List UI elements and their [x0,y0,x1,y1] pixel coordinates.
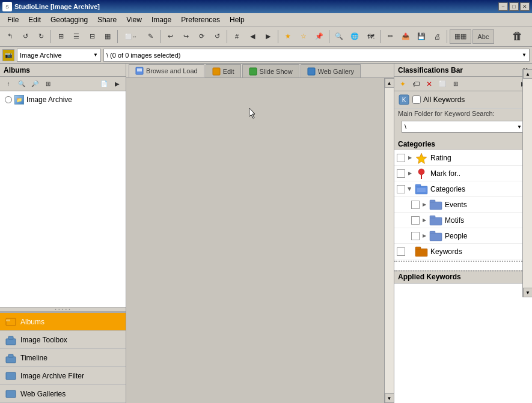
tb-print-btn[interactable]: 🖨 [430,29,444,44]
scroll-down-btn[interactable]: ▼ [385,393,394,403]
album-radio[interactable] [5,96,12,103]
path-dropdown[interactable]: \ (0 of 0 images selected) ▼ [103,49,530,62]
right-scroll-track[interactable] [523,79,532,288]
tb-map-btn[interactable]: 🗺 [363,29,378,44]
cat-item-people[interactable]: ▶ People [394,228,532,244]
tb-undo-btn[interactable]: ↩ [163,29,177,44]
tb-pin-btn[interactable]: 📌 [312,29,326,44]
cat-people-checkbox[interactable] [411,232,420,240]
tb-trash-btn[interactable]: 🗑 [506,28,530,46]
all-keywords-checkbox[interactable] [412,95,421,104]
minimize-button[interactable]: − [498,2,508,11]
cat-mark-arrow[interactable]: ▶ [406,170,414,177]
cat-categories-arrow[interactable]: ▶ [406,186,414,193]
tb-star-btn[interactable]: ★ [281,29,295,44]
nav-albums[interactable]: Albums [0,313,126,331]
tab-slideshow[interactable]: Slide Show [242,64,299,77]
cat-events-arrow[interactable]: ▶ [421,201,428,208]
scroll-track[interactable] [385,88,394,393]
tab-edit[interactable]: Edit [206,64,241,77]
cls-tb-tag[interactable]: 🏷 [410,78,422,90]
cat-rating-checkbox[interactable] [397,154,405,162]
tb-text-btn[interactable]: Abc [472,29,494,44]
tab-webgallery[interactable]: Web Gallery [301,64,361,77]
nav-web-galleries[interactable]: Web Galleries [0,385,126,403]
right-scroll-up[interactable]: ▲ [523,69,532,79]
tb-list-btn[interactable]: ☰ [69,29,84,44]
cat-people-arrow[interactable]: ▶ [421,232,428,240]
cat-item-categories[interactable]: ▶ Categories [394,181,532,197]
tb-rotate-right-btn[interactable]: ↻ [34,29,48,44]
menu-image[interactable]: Image [147,14,176,25]
tb-forward-btn[interactable]: ▶ [261,29,275,44]
menu-edit[interactable]: Edit [23,14,46,25]
nav-albums-icon [5,316,17,328]
resize-handle[interactable]: • • • • • [0,307,126,312]
cat-item-keywords[interactable]: ▶ Keywords [394,244,532,259]
nav-image-toolbox[interactable]: Image Toolbox [0,331,126,349]
cat-mark-checkbox[interactable] [397,169,405,178]
menu-share[interactable]: Share [93,14,121,25]
maximize-button[interactable]: □ [509,2,519,11]
cat-motifs-arrow[interactable]: ▶ [421,217,428,224]
albums-tb-up[interactable]: ↑ [2,78,14,90]
albums-tb-search[interactable]: 🔍 [16,78,28,90]
cls-tb-grid[interactable]: ⊞ [450,78,462,90]
archive-dropdown[interactable]: Image Archive ▼ [17,49,101,62]
tb-sep-2 [117,30,118,43]
cat-keywords-checkbox[interactable] [397,247,405,256]
tb-redo-btn[interactable]: ↪ [179,29,193,44]
cat-item-motifs[interactable]: ▶ Motifs [394,213,532,228]
cat-rating-arrow[interactable]: ▶ [406,154,414,162]
nav-timeline[interactable]: Timeline [0,349,126,367]
cat-people-label: People [445,232,467,240]
cls-tb-expand[interactable]: ⬜ [436,78,448,90]
svg-marker-13 [249,108,255,118]
tab-slideshow-icon [249,67,257,76]
albums-tb-grid[interactable]: ⊞ [42,78,54,90]
menu-view[interactable]: View [121,14,147,25]
close-button[interactable]: ✕ [520,2,530,11]
tb-rotate-left-btn[interactable]: ↺ [18,29,32,44]
cat-item-rating[interactable]: ▶ Rating [394,150,532,166]
cat-motifs-checkbox[interactable] [411,216,420,225]
tb-refresh2-btn[interactable]: ↺ [210,29,224,44]
tb-edit-btn[interactable]: ✏ [383,29,397,44]
albums-tb-zoom[interactable]: 🔎 [29,78,41,90]
folder-path-value: \ [405,123,406,130]
tb-more-btn[interactable]: ▦▦ [450,29,471,44]
cls-tb-x[interactable]: ✕ [423,78,435,90]
tb-star2-btn[interactable]: ☆ [296,29,311,44]
tb-filmstrip-btn[interactable]: ▦ [100,29,115,44]
tb-export-btn[interactable]: 💾 [414,29,429,44]
scroll-up-btn[interactable]: ▲ [385,78,394,88]
right-scroll-down[interactable]: ▼ [523,288,532,297]
tb-zoom-fit-btn[interactable]: ⬜↔ [120,29,142,44]
tb-pen-btn[interactable]: ✎ [143,29,157,44]
nav-archive-filter[interactable]: Image Archive Filter [0,367,126,385]
menu-geotagging[interactable]: Geotagging [46,14,93,25]
tb-arrow-btn[interactable]: ↰ [2,29,17,44]
tab-browse-load[interactable]: Browse and Load [129,64,204,77]
menu-help[interactable]: Help [225,14,249,25]
mouse-cursor [249,108,257,119]
album-item-image-archive[interactable]: 📁 Image Archive [2,94,123,106]
tb-back-btn[interactable]: ◀ [245,29,260,44]
cat-item-mark[interactable]: ▶ Mark for.. [394,166,532,181]
albums-tb-options[interactable]: ▶ [111,78,123,90]
cat-events-checkbox[interactable] [411,201,420,209]
tb-detail-btn[interactable]: ⊟ [85,29,99,44]
cat-item-events[interactable]: ▶ Events [394,197,532,213]
menu-file[interactable]: File [2,14,23,25]
tb-share-btn[interactable]: 📤 [399,29,413,44]
tb-grid-btn[interactable]: ⊞ [54,29,68,44]
cls-tb-sun[interactable]: ✦ [397,78,409,90]
tb-refresh-btn[interactable]: ⟳ [194,29,209,44]
tb-globe-btn[interactable]: 🌐 [347,29,362,44]
tb-hash-btn[interactable]: # [230,29,244,44]
cat-categories-checkbox[interactable] [397,185,405,193]
tb-search-btn[interactable]: 🔍 [332,29,346,44]
albums-tb-new[interactable]: 📄 [98,78,110,90]
menu-preferences[interactable]: Preferences [176,14,225,25]
cat-events-icon [429,199,442,210]
